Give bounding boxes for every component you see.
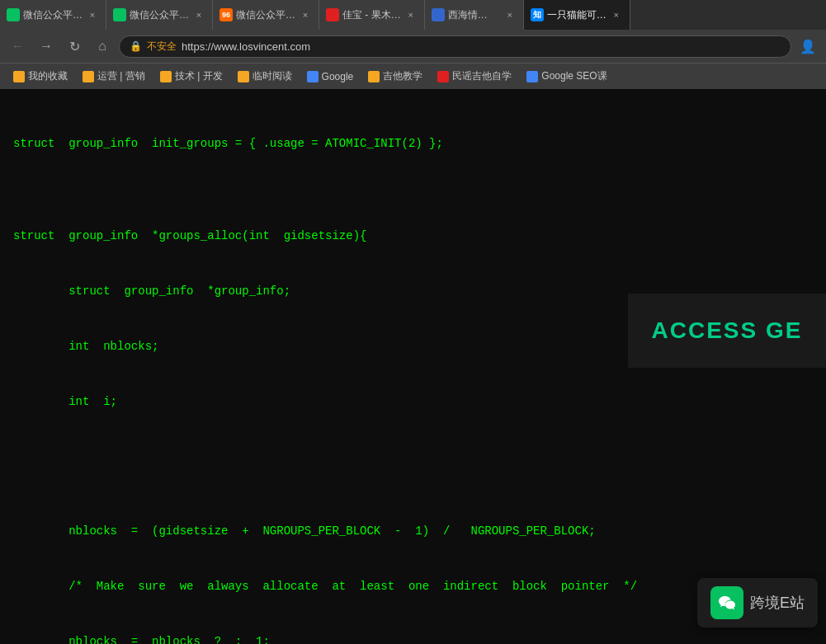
- home-icon: ⌂: [98, 39, 106, 54]
- tab-4-favicon: [326, 8, 339, 21]
- tab-bar: 微信公众平… × 微信公众平… × 96 微信公众平… × 佳宝 - 果木… ×…: [0, 0, 826, 30]
- tab-3-close[interactable]: ×: [299, 8, 312, 21]
- tab-6[interactable]: 知 一只猫能可… ×: [524, 0, 630, 30]
- tab-2-close[interactable]: ×: [192, 8, 205, 21]
- tab-3-label: 微信公众平…: [236, 8, 295, 22]
- tab-5-close[interactable]: ×: [503, 8, 517, 21]
- tab-5-favicon: [432, 8, 445, 21]
- tab-6-label: 一只猫能可…: [547, 8, 607, 22]
- wechat-label: 跨境E站: [750, 593, 805, 613]
- code-line-8: nblocks = (gidsetsize + NGROUPS_PER_BLOC…: [0, 522, 826, 540]
- forward-button[interactable]: →: [35, 35, 58, 58]
- tab-6-close[interactable]: ×: [610, 8, 623, 21]
- security-label: 不安全: [147, 40, 177, 54]
- bookmark-3-icon: [160, 71, 172, 82]
- tab-1-close[interactable]: ×: [86, 8, 99, 21]
- bookmark-6[interactable]: 吉他教学: [361, 66, 429, 87]
- tab-6-favicon: 知: [531, 8, 544, 21]
- home-button[interactable]: ⌂: [91, 35, 114, 58]
- bookmark-5-label: Google: [322, 71, 354, 82]
- bookmark-3-label: 技术 | 开发: [175, 69, 223, 83]
- reload-icon: ↻: [69, 39, 80, 54]
- url-text: https://www.losvincent.com: [182, 40, 310, 53]
- back-button[interactable]: ←: [7, 35, 30, 58]
- tab-3[interactable]: 96 微信公众平… ×: [213, 0, 319, 30]
- profile-icon: 👤: [800, 39, 816, 54]
- lock-icon: 🔒: [130, 40, 142, 52]
- tab-2-favicon: [113, 8, 126, 21]
- bookmark-5[interactable]: Google: [300, 68, 361, 86]
- bookmark-1[interactable]: 我的收藏: [7, 66, 74, 87]
- bookmark-7-label: 民谣吉他自学: [452, 69, 512, 83]
- tab-2-label: 微信公众平…: [130, 8, 189, 22]
- address-bar: ← → ↻ ⌂ 🔒 不安全 https://www.losvincent.com…: [0, 30, 826, 63]
- bookmark-8-icon: [526, 71, 538, 82]
- tab-2[interactable]: 微信公众平… ×: [106, 0, 213, 30]
- tab-3-favicon: 96: [219, 8, 233, 21]
- tab-4-close[interactable]: ×: [404, 8, 418, 21]
- tab-1-label: 微信公众平…: [23, 8, 83, 22]
- tab-5-label: 西海情…: [448, 8, 500, 22]
- back-icon: ←: [12, 39, 25, 54]
- bookmark-2-label: 运营 | 营销: [97, 69, 145, 83]
- overlay-text: ACCESS GE: [652, 317, 803, 344]
- overlay-panel: ACCESS GE: [628, 294, 826, 368]
- browser-window: 微信公众平… × 微信公众平… × 96 微信公众平… × 佳宝 - 果木… ×…: [0, 0, 826, 644]
- bookmark-2[interactable]: 运营 | 营销: [76, 66, 152, 87]
- tab-1-favicon: [7, 8, 20, 21]
- bookmark-4-label: 临时阅读: [253, 69, 292, 83]
- bookmark-4-icon: [238, 71, 249, 82]
- bookmark-7[interactable]: 民谣吉他自学: [431, 66, 518, 87]
- bookmark-1-label: 我的收藏: [28, 69, 68, 83]
- code-line-5: int i;: [0, 393, 826, 411]
- wechat-icon: [710, 586, 743, 619]
- content-area: struct group_info init_groups = { .usage…: [0, 89, 826, 644]
- tab-5[interactable]: 西海情… ×: [425, 0, 524, 30]
- code-line-2: struct group_info *groups_alloc(int gids…: [0, 227, 826, 245]
- wechat-widget[interactable]: 跨境E站: [697, 578, 818, 628]
- url-bar[interactable]: 🔒 不安全 https://www.losvincent.com: [119, 35, 791, 58]
- bookmark-8-label: Google SEO课: [541, 69, 607, 83]
- tab-4-label: 佳宝 - 果木…: [342, 8, 401, 22]
- reload-button[interactable]: ↻: [63, 35, 86, 58]
- code-line-10: nblocks = nblocks ? : 1;: [0, 632, 826, 644]
- forward-icon: →: [40, 39, 53, 54]
- bookmark-6-label: 吉他教学: [383, 69, 422, 83]
- bookmark-2-icon: [83, 71, 94, 82]
- bookmark-5-icon: [307, 71, 319, 82]
- bookmark-1-icon: [13, 71, 25, 82]
- bookmark-3[interactable]: 技术 | 开发: [153, 66, 229, 87]
- tab-1[interactable]: 微信公众平… ×: [0, 0, 106, 30]
- bookmarks-bar: 我的收藏 运营 | 营销 技术 | 开发 临时阅读 Google 吉他教学 民谣…: [0, 63, 826, 89]
- bookmark-4[interactable]: 临时阅读: [231, 66, 299, 87]
- code-line-0: struct group_info init_groups = { .usage…: [0, 134, 826, 153]
- tab-4[interactable]: 佳宝 - 果木… ×: [319, 0, 425, 30]
- bookmark-8[interactable]: Google SEO课: [520, 66, 613, 87]
- bookmark-6-icon: [368, 71, 380, 82]
- profile-button[interactable]: 👤: [796, 35, 819, 58]
- bookmark-7-icon: [437, 71, 449, 82]
